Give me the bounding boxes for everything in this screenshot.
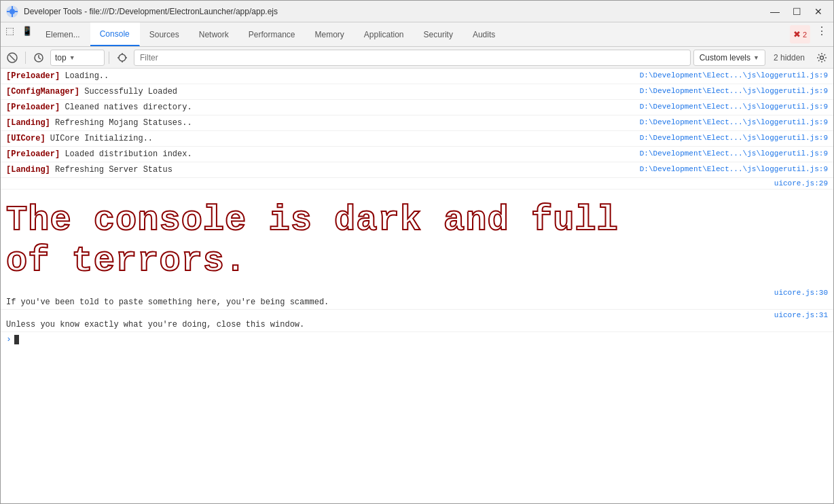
tab-application[interactable]: Application xyxy=(355,22,414,46)
context-chevron-icon: ▼ xyxy=(69,54,75,61)
log-source-2[interactable]: D:\Development\Elect...\js\loggerutil.js… xyxy=(640,86,828,95)
hidden-count-badge: 2 hidden xyxy=(768,50,810,66)
inspect-icon-button[interactable] xyxy=(113,50,131,66)
context-selector[interactable]: top ▼ xyxy=(50,50,105,66)
log-tag: [Landing] xyxy=(6,118,50,128)
console-toolbar: top ▼ Custom levels ▼ 2 hidden xyxy=(1,47,833,69)
clear-console-button[interactable] xyxy=(3,50,21,66)
table-row: [UICore] UICore Initializing.. D:\Develo… xyxy=(1,131,833,147)
svg-line-7 xyxy=(10,55,15,60)
log-source-3[interactable]: D:\Development\Elect...\js\loggerutil.js… xyxy=(640,101,828,111)
table-row: [Preloader] Loading.. D:\Development\Ele… xyxy=(1,69,833,84)
log-levels-button[interactable]: Custom levels ▼ xyxy=(693,50,765,66)
tab-console[interactable]: Console xyxy=(90,22,140,46)
inspect-cursor-icon[interactable]: ⬚ xyxy=(1,22,18,39)
filter-input[interactable] xyxy=(134,50,691,66)
log-source-7[interactable]: D:\Development\Elect...\js\loggerutil.js… xyxy=(640,164,828,173)
uicore-source-29[interactable]: uicore.js:29 xyxy=(774,178,828,187)
log-message-5: [UICore] UICore Initializing.. xyxy=(6,132,634,145)
log-tag: [UICore] xyxy=(6,134,46,143)
tab-elements[interactable]: Elemen... xyxy=(36,22,90,46)
warning-big-text-line2: of terrors. xyxy=(6,241,828,282)
svg-point-1 xyxy=(10,9,15,14)
log-tag: [Preloader] xyxy=(6,103,60,112)
tab-performance[interactable]: Performance xyxy=(239,22,306,46)
svg-line-10 xyxy=(39,58,41,59)
toolbar-separator-2 xyxy=(109,52,109,64)
warning-small-row-1: If you've been told to paste something h… xyxy=(1,287,833,310)
log-message-7: [Landing] Refreshing Server Status xyxy=(6,164,634,176)
svg-point-16 xyxy=(820,56,824,59)
tab-sources[interactable]: Sources xyxy=(140,22,189,46)
console-output: [Preloader] Loading.. D:\Development\Ele… xyxy=(1,69,833,504)
titlebar: Developer Tools - file:///D:/Development… xyxy=(1,1,833,22)
devtools-icon xyxy=(6,5,18,18)
table-row: [Preloader] Cleaned natives directory. D… xyxy=(1,100,833,115)
table-row: [ConfigManager] Successfully Loaded D:\D… xyxy=(1,84,833,100)
input-prompt-icon: › xyxy=(6,334,12,344)
tab-network[interactable]: Network xyxy=(189,22,239,46)
error-x-icon: ✖ xyxy=(793,29,801,39)
log-source-1[interactable]: D:\Development\Elect...\js\loggerutil.js… xyxy=(640,70,828,79)
log-tag: [ConfigManager] xyxy=(6,87,79,96)
log-tag: [Preloader] xyxy=(6,71,60,81)
table-row: [Landing] Refreshing Mojang Statuses.. D… xyxy=(1,115,833,131)
close-button[interactable]: ✕ xyxy=(809,4,828,19)
tab-audits[interactable]: Audits xyxy=(463,22,505,46)
log-source-4[interactable]: D:\Development\Elect...\js\loggerutil.js… xyxy=(640,117,828,126)
maximize-button[interactable]: ☐ xyxy=(787,4,806,19)
levels-chevron-icon: ▼ xyxy=(753,54,759,61)
log-message-4: [Landing] Refreshing Mojang Statuses.. xyxy=(6,117,634,129)
uicore-source-row: uicore.js:29 xyxy=(1,178,833,190)
uicore-source-31[interactable]: uicore.js:31 xyxy=(774,310,828,319)
warning-small-text-2: Unless you know exactly what you're doin… xyxy=(6,318,769,331)
uicore-source-30[interactable]: uicore.js:30 xyxy=(774,287,828,297)
log-message-3: [Preloader] Cleaned natives directory. xyxy=(6,101,634,113)
log-message-1: [Preloader] Loading.. xyxy=(6,70,634,82)
input-cursor xyxy=(14,335,19,344)
log-tag: [Preloader] xyxy=(6,149,60,159)
table-row: [Preloader] Loaded distribution index. D… xyxy=(1,147,833,162)
log-source-5[interactable]: D:\Development\Elect...\js\loggerutil.js… xyxy=(640,132,828,142)
more-menu-button[interactable]: ⋮ xyxy=(813,22,831,39)
error-count: 2 xyxy=(803,31,807,39)
tabbar: ⬚ 📱 Elemen... Console Sources Network Pe… xyxy=(1,22,833,47)
warning-big-text-line1: The console is dark and full xyxy=(6,200,828,241)
log-tag: [Landing] xyxy=(6,165,50,175)
warning-small-text-1: If you've been told to paste something h… xyxy=(6,295,769,309)
log-message-6: [Preloader] Loaded distribution index. xyxy=(6,148,634,160)
console-settings-button[interactable] xyxy=(813,50,831,66)
titlebar-title: Developer Tools - file:///D:/Development… xyxy=(24,7,765,16)
console-warning-block: The console is dark and full of terrors. xyxy=(1,190,833,287)
log-source-6[interactable]: D:\Development\Elect...\js\loggerutil.js… xyxy=(640,148,828,158)
preserve-log-button[interactable] xyxy=(30,50,48,66)
svg-point-11 xyxy=(119,54,126,61)
tab-memory[interactable]: Memory xyxy=(305,22,354,46)
warning-small-row-2: Unless you know exactly what you're doin… xyxy=(1,310,833,332)
error-badge[interactable]: ✖ 2 xyxy=(790,25,810,43)
tab-security[interactable]: Security xyxy=(414,22,463,46)
log-message-2: [ConfigManager] Successfully Loaded xyxy=(6,86,634,98)
table-row: [Landing] Refreshing Server Status D:\De… xyxy=(1,162,833,178)
minimize-button[interactable]: — xyxy=(765,4,784,19)
toolbar-separator-1 xyxy=(25,52,26,64)
device-emulation-icon[interactable]: 📱 xyxy=(18,22,36,39)
window-controls: — ☐ ✕ xyxy=(765,4,828,19)
console-input-row: › xyxy=(1,332,833,347)
